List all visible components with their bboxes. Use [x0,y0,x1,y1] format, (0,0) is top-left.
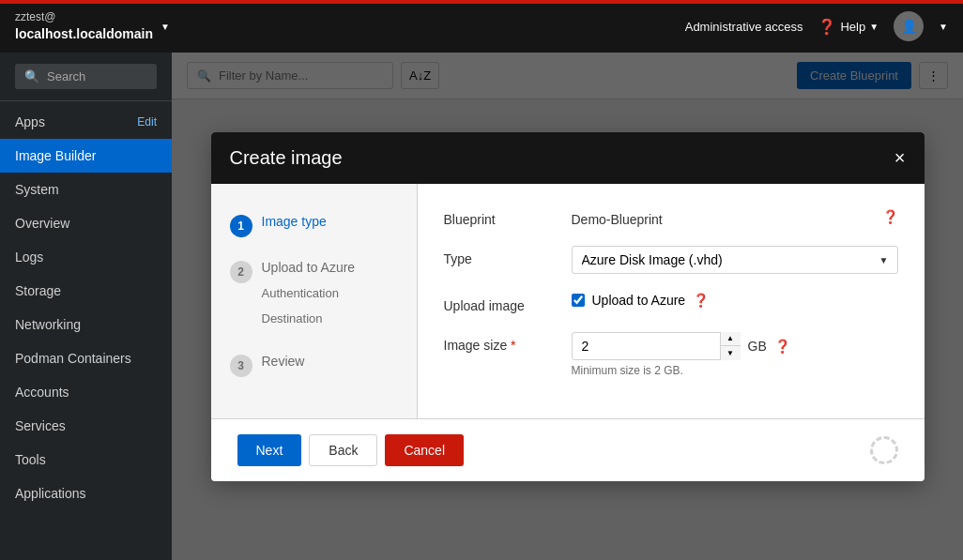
topbar-avatar[interactable]: 👤 [894,11,924,41]
step-3: 3 Review [211,342,417,388]
sidebar-item-apps[interactable]: Apps Edit [0,105,172,139]
type-select[interactable]: Azure Disk Image (.vhd) Amazon Machine I… [572,246,898,274]
topbar-right: Administrative access ❓ Help ▼ 👤 ▼ [685,11,948,41]
sidebar-item-applications[interactable]: Applications [0,477,172,510]
size-row: ▲ ▼ GB ❓ [572,332,790,360]
search-input[interactable] [47,69,147,83]
sidebar-storage-label: Storage [15,283,157,298]
sidebar: 🔍 Apps Edit Image Builder System Overvie… [0,53,172,560]
step-2-num: 2 [230,261,252,283]
topbar-hostname: localhost.localdomain [15,25,153,42]
step-3-num: 3 [230,355,252,377]
image-size-row: Image size * ▲ ▼ [444,332,898,377]
type-label: Type [444,246,557,266]
sidebar-nav: Apps Edit Image Builder System Overview … [0,101,172,514]
topbar-username: zztest@ [15,10,153,25]
modal-body: 1 Image type 2 Upload to Azure Authentic… [211,184,925,418]
modal-header: Create image × [211,132,925,184]
avatar-icon: 👤 [901,19,917,34]
sidebar-applications-label: Applications [15,486,157,501]
main-content: 🔍 A↓Z Create Blueprint ⋮ Create image × [172,53,963,560]
sidebar-search-section: 🔍 [0,53,172,101]
search-icon: 🔍 [24,69,39,83]
upload-image-row: Upload image Upload to Azure ❓ [444,293,898,313]
red-bar [0,0,963,4]
sidebar-accounts-label: Accounts [15,385,157,400]
blueprint-row: Blueprint Demo-Blueprint ❓ [444,206,898,227]
sidebar-image-builder-label: Image Builder [15,148,157,163]
step-2-substeps: Authentication Destination [262,280,356,331]
sidebar-logs-label: Logs [15,250,157,265]
size-input-wrapper: ▲ ▼ [572,332,741,360]
sidebar-services-label: Services [15,418,157,433]
upload-to-azure-checkbox[interactable] [572,294,585,307]
blueprint-value-row: Demo-Blueprint ❓ [572,206,898,227]
cancel-button[interactable]: Cancel [385,434,464,466]
topbar-help-button[interactable]: ❓ Help ▼ [818,18,879,36]
back-button[interactable]: Back [309,434,377,466]
size-spinner: ▲ ▼ [720,332,741,360]
sidebar-edit-link[interactable]: Edit [137,115,157,129]
sub-step-destination: Destination [262,306,356,331]
image-size-input[interactable] [572,332,741,360]
blueprint-help-icon[interactable]: ❓ [882,209,898,224]
upload-image-control-row: Upload to Azure ❓ [572,293,898,308]
sidebar-item-image-builder[interactable]: Image Builder [0,139,172,173]
search-box: 🔍 [15,64,157,89]
modal-close-button[interactable]: × [894,148,906,167]
upload-to-azure-label: Upload to Azure [592,293,686,308]
modal-overlay: Create image × 1 Image type 2 [172,53,963,560]
size-hint: Minimum size is 2 GB. [572,364,790,377]
sidebar-item-services[interactable]: Services [0,409,172,443]
layout: 🔍 Apps Edit Image Builder System Overvie… [0,53,963,560]
wizard-steps: 1 Image type 2 Upload to Azure Authentic… [211,184,418,418]
sidebar-tools-label: Tools [15,452,157,467]
sidebar-podman-label: Podman Containers [15,351,157,366]
topbar-left: zztest@ localhost.localdomain ▼ [15,10,170,42]
step-1-label: Image type [262,214,327,229]
sidebar-item-podman-containers[interactable]: Podman Containers [0,341,172,375]
next-button[interactable]: Next [237,434,302,466]
sidebar-item-tools[interactable]: Tools [0,443,172,477]
modal-footer: Next Back Cancel [211,418,925,481]
sidebar-system-label: System [15,182,157,197]
image-size-label: Image size * [444,332,557,353]
topbar-user: zztest@ localhost.localdomain [15,10,153,42]
topbar: zztest@ localhost.localdomain ▼ Administ… [0,0,963,53]
topbar-avatar-caret[interactable]: ▼ [939,22,948,32]
sidebar-item-storage[interactable]: Storage [0,274,172,308]
size-unit: GB [748,339,767,354]
sidebar-item-logs[interactable]: Logs [0,240,172,274]
size-decrement-button[interactable]: ▼ [721,346,741,360]
sidebar-overview-label: Overview [15,216,157,231]
sidebar-networking-label: Networking [15,317,157,332]
upload-checkbox-row: Upload to Azure [572,293,686,308]
step-2-group: Upload to Azure Authentication Destinati… [262,260,356,331]
step-2: 2 Upload to Azure Authentication Destina… [211,249,417,342]
footer-buttons: Next Back Cancel [237,434,465,466]
step-1: 1 Image type [211,203,417,249]
blueprint-value: Demo-Blueprint [572,206,875,227]
loading-spinner [870,436,898,464]
upload-help-icon[interactable]: ❓ [693,293,709,308]
sidebar-item-networking[interactable]: Networking [0,308,172,341]
wizard-form-content: Blueprint Demo-Blueprint ❓ Type Az [418,184,925,418]
sidebar-item-system[interactable]: System [0,173,172,206]
step-1-num: 1 [230,215,252,237]
image-size-control: ▲ ▼ GB ❓ Minimum size is 2 GB. [572,332,790,377]
step-2-label: Upload to Azure [262,260,356,275]
type-row: Type Azure Disk Image (.vhd) Amazon Mach… [444,246,898,274]
required-marker: * [511,338,515,353]
help-circle-icon: ❓ [818,18,836,36]
type-select-wrapper: Azure Disk Image (.vhd) Amazon Machine I… [572,246,898,274]
sidebar-item-overview[interactable]: Overview [0,206,172,240]
sub-step-authentication: Authentication [262,280,356,306]
step-3-label: Review [262,354,305,369]
help-caret-icon: ▼ [869,22,879,32]
upload-image-label: Upload image [444,293,557,313]
size-help-icon[interactable]: ❓ [774,339,790,354]
size-increment-button[interactable]: ▲ [721,332,741,347]
topbar-caret-icon[interactable]: ▼ [160,22,170,32]
sidebar-apps-label: Apps [15,114,45,129]
sidebar-item-accounts[interactable]: Accounts [0,375,172,409]
